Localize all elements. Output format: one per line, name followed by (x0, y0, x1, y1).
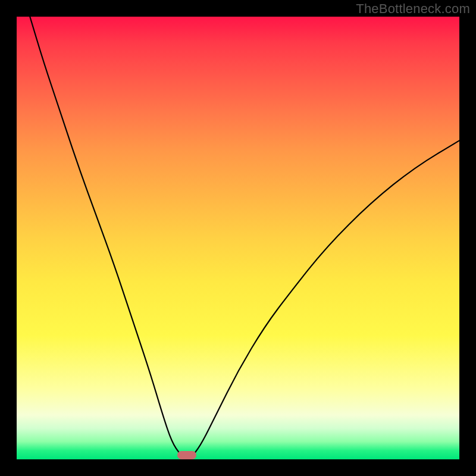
plot-area (17, 17, 459, 459)
optimal-marker (177, 451, 196, 459)
curve-svg (17, 17, 459, 459)
watermark-text: TheBottleneck.com (356, 1, 470, 17)
chart-frame: TheBottleneck.com (0, 0, 476, 476)
bottleneck-curve (30, 17, 459, 458)
